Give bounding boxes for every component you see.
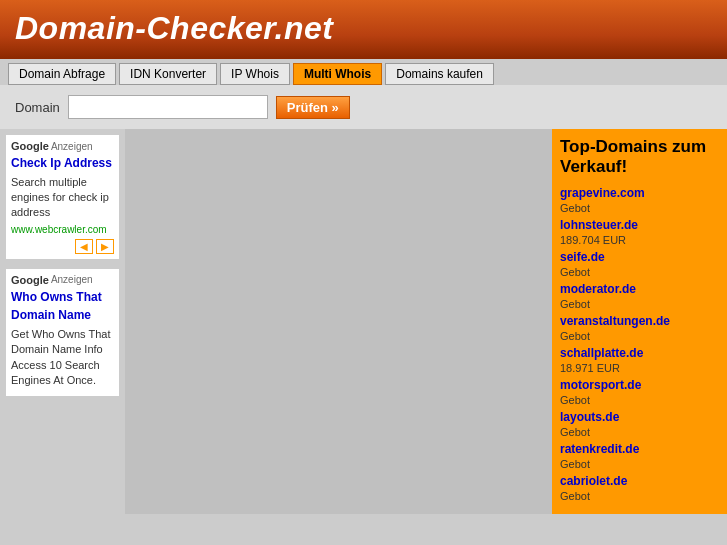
google-text-2: Google bbox=[11, 274, 49, 286]
domain-item-9: cabriolet.de Gebot bbox=[560, 474, 719, 503]
right-sidebar-title: Top-Domains zum Verkauf! bbox=[560, 137, 719, 178]
anzeigen-text-2: Anzeigen bbox=[51, 274, 93, 285]
domain-link-0[interactable]: grapevine.com bbox=[560, 186, 719, 200]
domain-item-0: grapevine.com Gebot bbox=[560, 186, 719, 215]
ad-url-1: www.webcrawler.com bbox=[11, 224, 107, 235]
domain-link-9[interactable]: cabriolet.de bbox=[560, 474, 719, 488]
anzeigen-text-1: Anzeigen bbox=[51, 141, 93, 152]
ad-body-1: Search multiple engines for check ip add… bbox=[11, 175, 114, 221]
google-label-2: Google Anzeigen bbox=[11, 274, 114, 286]
domain-link-3[interactable]: moderator.de bbox=[560, 282, 719, 296]
domain-link-5[interactable]: schallplatte.de bbox=[560, 346, 719, 360]
ad-link-2b[interactable]: Domain Name bbox=[11, 308, 114, 324]
domain-link-6[interactable]: motorsport.de bbox=[560, 378, 719, 392]
domain-link-8[interactable]: ratenkredit.de bbox=[560, 442, 719, 456]
domain-item-1: lohnsteuer.de 189.704 EUR bbox=[560, 218, 719, 247]
ad-body-2: Get Who Owns That Domain Name Info Acces… bbox=[11, 327, 114, 389]
domain-link-4[interactable]: veranstaltungen.de bbox=[560, 314, 719, 328]
ad-prev-1[interactable]: ◀ bbox=[75, 239, 93, 254]
header: Domain-Checker.net bbox=[0, 0, 727, 59]
domain-item-5: schallplatte.de 18.971 EUR bbox=[560, 346, 719, 375]
domain-link-2[interactable]: seife.de bbox=[560, 250, 719, 264]
tab-domains-kaufen[interactable]: Domains kaufen bbox=[385, 63, 494, 85]
ad-link-1[interactable]: Check Ip Address bbox=[11, 156, 114, 172]
right-sidebar: Top-Domains zum Verkauf! grapevine.com G… bbox=[552, 129, 727, 514]
tab-idn-konverter[interactable]: IDN Konverter bbox=[119, 63, 217, 85]
domain-link-7[interactable]: layouts.de bbox=[560, 410, 719, 424]
tab-multi-whois[interactable]: Multi Whois bbox=[293, 63, 382, 85]
ad-arrows-1: ◀ ▶ bbox=[11, 239, 114, 254]
ad-box-1: Google Anzeigen Check Ip Address Search … bbox=[5, 134, 120, 260]
site-title: Domain-Checker.net bbox=[15, 10, 712, 47]
domain-label: Domain bbox=[15, 100, 60, 115]
domain-price-5: 18.971 EUR bbox=[560, 362, 620, 374]
domain-price-7: Gebot bbox=[560, 426, 590, 438]
prufen-button[interactable]: Prüfen » bbox=[276, 96, 350, 119]
main-content: Google Anzeigen Check Ip Address Search … bbox=[0, 129, 727, 514]
nav-bar: Domain Abfrage IDN Konverter IP Whois Mu… bbox=[0, 59, 727, 85]
google-text-1: Google bbox=[11, 140, 49, 152]
domain-item-8: ratenkredit.de Gebot bbox=[560, 442, 719, 471]
left-sidebar: Google Anzeigen Check Ip Address Search … bbox=[0, 129, 125, 514]
center-content bbox=[125, 129, 552, 514]
domain-link-1[interactable]: lohnsteuer.de bbox=[560, 218, 719, 232]
domain-price-1: 189.704 EUR bbox=[560, 234, 626, 246]
domain-price-9: Gebot bbox=[560, 490, 590, 502]
domain-item-4: veranstaltungen.de Gebot bbox=[560, 314, 719, 343]
domain-input[interactable] bbox=[68, 95, 268, 119]
domain-item-7: layouts.de Gebot bbox=[560, 410, 719, 439]
domain-price-0: Gebot bbox=[560, 202, 590, 214]
google-label-1: Google Anzeigen bbox=[11, 140, 114, 152]
domain-price-4: Gebot bbox=[560, 330, 590, 342]
ad-box-2: Google Anzeigen Who Owns That Domain Nam… bbox=[5, 268, 120, 397]
domain-price-8: Gebot bbox=[560, 458, 590, 470]
domain-item-3: moderator.de Gebot bbox=[560, 282, 719, 311]
domain-item-6: motorsport.de Gebot bbox=[560, 378, 719, 407]
tab-domain-abfrage[interactable]: Domain Abfrage bbox=[8, 63, 116, 85]
domain-item-2: seife.de Gebot bbox=[560, 250, 719, 279]
domain-price-6: Gebot bbox=[560, 394, 590, 406]
tab-ip-whois[interactable]: IP Whois bbox=[220, 63, 290, 85]
domain-price-2: Gebot bbox=[560, 266, 590, 278]
ad-next-1[interactable]: ▶ bbox=[96, 239, 114, 254]
domain-price-3: Gebot bbox=[560, 298, 590, 310]
ad-link-2a[interactable]: Who Owns That bbox=[11, 290, 114, 306]
search-bar: Domain Prüfen » bbox=[0, 85, 727, 129]
